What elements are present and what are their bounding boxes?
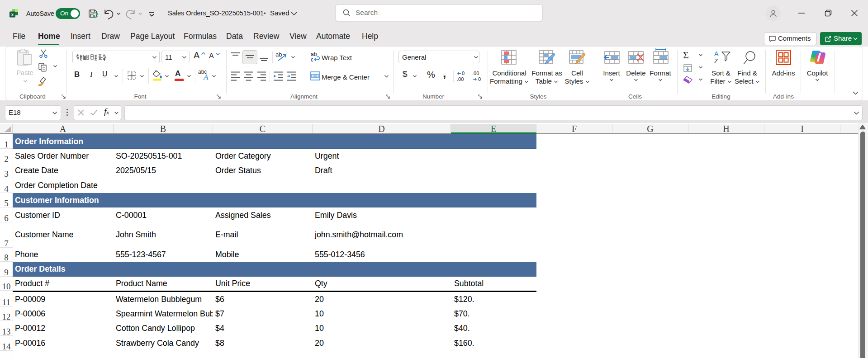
svg-text:A: A	[714, 50, 719, 57]
svg-text:x: x	[11, 12, 14, 17]
svg-text:Z: Z	[714, 57, 718, 65]
svg-text:.00: .00	[457, 76, 464, 82]
svg-text:.00: .00	[472, 71, 479, 76]
svg-text:c: c	[311, 57, 313, 62]
svg-text:0: 0	[478, 76, 481, 82]
svg-text:0: 0	[462, 71, 465, 76]
